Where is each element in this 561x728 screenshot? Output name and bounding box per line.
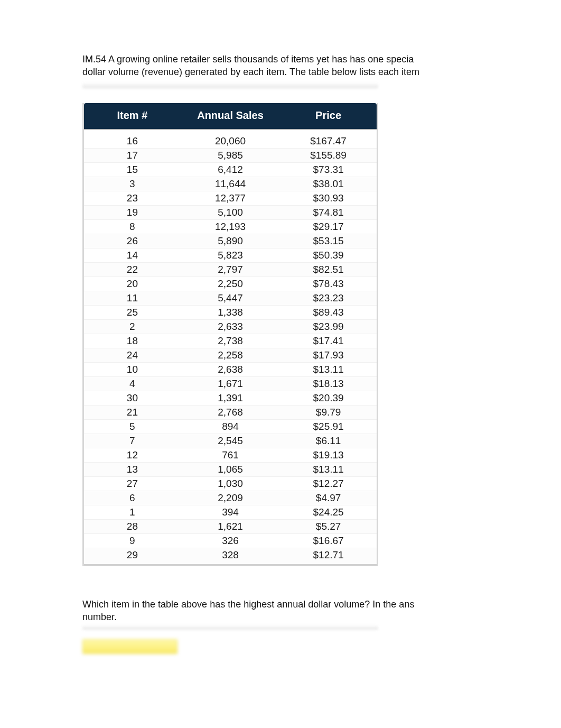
cell-price: $82.51 — [280, 263, 377, 277]
table-row: 222,797$82.51 — [84, 263, 377, 277]
cell-sales: 2,638 — [181, 363, 280, 377]
cell-sales: 2,250 — [181, 277, 280, 291]
table-row: 812,193$29.17 — [84, 220, 377, 234]
cell-sales: 2,768 — [181, 406, 280, 420]
cell-price: $9.79 — [280, 406, 377, 420]
cell-sales: 5,890 — [181, 234, 280, 248]
cell-price: $29.17 — [280, 220, 377, 234]
cell-item: 1 — [84, 505, 181, 520]
cell-sales: 1,391 — [181, 391, 280, 406]
data-table-container: Item # Annual Sales Price 1620,060$167.4… — [82, 103, 378, 566]
cell-sales: 1,621 — [181, 520, 280, 534]
cell-price: $30.93 — [280, 191, 377, 206]
cell-price: $25.91 — [280, 420, 377, 434]
cell-sales: 1,030 — [181, 477, 280, 491]
cell-sales: 2,797 — [181, 263, 280, 277]
cell-sales: 328 — [181, 548, 280, 566]
table-row: 22,633$23.99 — [84, 320, 377, 334]
table-row: 102,638$13.11 — [84, 363, 377, 377]
table-row: 175,985$155.89 — [84, 149, 377, 163]
cell-sales: 2,738 — [181, 334, 280, 348]
intro-line-2: dollar volume (revenue) generated by eac… — [82, 67, 419, 77]
cell-price: $23.23 — [280, 291, 377, 306]
cell-item: 3 — [84, 177, 181, 191]
cell-item: 6 — [84, 491, 181, 505]
header-price: Price — [280, 103, 377, 130]
answer-input-blurred[interactable] — [82, 639, 177, 654]
cell-item: 29 — [84, 548, 181, 566]
cell-price: $78.43 — [280, 277, 377, 291]
cell-price: $12.27 — [280, 477, 377, 491]
table-row: 5894$25.91 — [84, 420, 377, 434]
question-paragraph: Which item in the table above has the hi… — [82, 598, 420, 624]
cell-sales: 2,545 — [181, 434, 280, 448]
cell-sales: 12,193 — [181, 220, 280, 234]
cell-item: 19 — [84, 206, 181, 220]
cell-price: $4.97 — [280, 491, 377, 505]
cell-price: $38.01 — [280, 177, 377, 191]
table-row: 251,338$89.43 — [84, 306, 377, 320]
cell-price: $16.67 — [280, 534, 377, 548]
data-table: Item # Annual Sales Price 1620,060$167.4… — [82, 103, 378, 566]
cell-price: $74.81 — [280, 206, 377, 220]
cell-item: 25 — [84, 306, 181, 320]
table-row: 115,447$23.23 — [84, 291, 377, 306]
cell-price: $12.71 — [280, 548, 377, 566]
table-row: 9326$16.67 — [84, 534, 377, 548]
cell-price: $24.25 — [280, 505, 377, 520]
cell-price: $5.27 — [280, 520, 377, 534]
cell-sales: 2,633 — [181, 320, 280, 334]
cell-sales: 1,671 — [181, 377, 280, 391]
cell-sales: 5,447 — [181, 291, 280, 306]
cell-item: 20 — [84, 277, 181, 291]
cell-price: $13.11 — [280, 363, 377, 377]
header-item: Item # — [84, 103, 181, 130]
cell-price: $155.89 — [280, 149, 377, 163]
cell-item: 23 — [84, 191, 181, 206]
cell-price: $50.39 — [280, 248, 377, 263]
cell-price: $17.41 — [280, 334, 377, 348]
cell-price: $23.99 — [280, 320, 377, 334]
cell-price: $18.13 — [280, 377, 377, 391]
table-row: 281,621$5.27 — [84, 520, 377, 534]
table-row: 131,065$13.11 — [84, 463, 377, 477]
cell-sales: 2,209 — [181, 491, 280, 505]
cell-item: 18 — [84, 334, 181, 348]
cell-price: $13.11 — [280, 463, 377, 477]
cell-sales: 5,985 — [181, 149, 280, 163]
table-row: 156,412$73.31 — [84, 163, 377, 177]
cell-sales: 20,060 — [181, 130, 280, 149]
cell-item: 5 — [84, 420, 181, 434]
table-row: 242,258$17.93 — [84, 348, 377, 363]
cell-item: 30 — [84, 391, 181, 406]
cell-item: 13 — [84, 463, 181, 477]
cell-item: 9 — [84, 534, 181, 548]
cell-item: 21 — [84, 406, 181, 420]
cell-item: 26 — [84, 234, 181, 248]
cell-item: 24 — [84, 348, 181, 363]
cell-item: 2 — [84, 320, 181, 334]
cell-item: 12 — [84, 448, 181, 463]
cell-sales: 11,644 — [181, 177, 280, 191]
question-line-2: number. — [82, 612, 117, 622]
cell-item: 22 — [84, 263, 181, 277]
question-block: Which item in the table above has the hi… — [82, 598, 420, 655]
table-row: 1620,060$167.47 — [84, 130, 377, 149]
table-row: 265,890$53.15 — [84, 234, 377, 248]
cell-item: 10 — [84, 363, 181, 377]
cell-item: 11 — [84, 291, 181, 306]
cell-sales: 326 — [181, 534, 280, 548]
cell-price: $73.31 — [280, 163, 377, 177]
table-row: 145,823$50.39 — [84, 248, 377, 263]
cell-sales: 394 — [181, 505, 280, 520]
table-row: 195,100$74.81 — [84, 206, 377, 220]
blurred-region-top — [82, 83, 378, 88]
table-row: 2312,377$30.93 — [84, 191, 377, 206]
cell-sales: 5,100 — [181, 206, 280, 220]
cell-item: 28 — [84, 520, 181, 534]
cell-item: 16 — [84, 130, 181, 149]
table-row: 29328$12.71 — [84, 548, 377, 566]
table-row: 311,644$38.01 — [84, 177, 377, 191]
cell-item: 8 — [84, 220, 181, 234]
cell-item: 14 — [84, 248, 181, 263]
